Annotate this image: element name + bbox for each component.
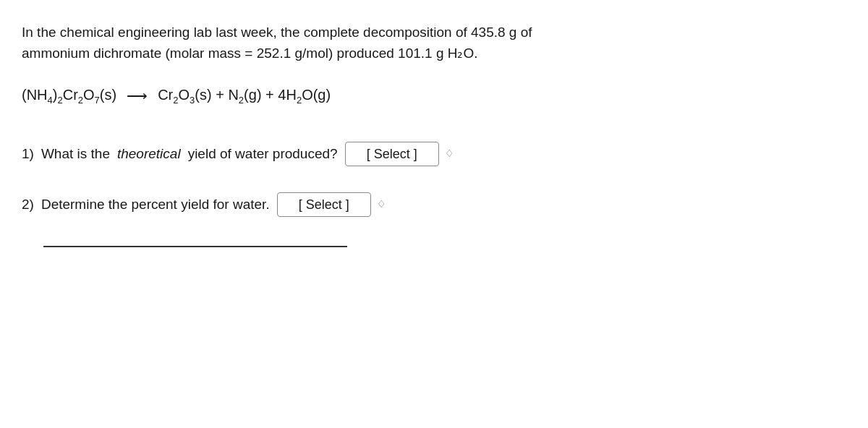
question-2-row: 2) Determine the percent yield for water… [22,192,767,217]
equation-products: Cr2O3(s) + N2(g) + 4H2O(g) [158,85,331,107]
question-1-text-after: yield of water produced? [188,146,338,162]
question-2-select-wrapper: [ Select ] ♢ [277,192,386,217]
question-1-select-wrapper: [ Select ] ♢ [345,142,454,166]
question-2-text-before: Determine the percent yield for water. [41,197,270,213]
question-2-block: 2) Determine the percent yield for water… [22,192,767,217]
equation-block: (NH4)2Cr2O7(s) ⟶ Cr2O3(s) + N2(g) + 4H2O… [22,85,767,107]
intro-line2: ammonium dichromate (molar mass = 252.1 … [22,46,478,61]
question-2-number: 2) [22,197,34,213]
question-1-block: 1) What is the theoretical yield of wate… [22,142,767,166]
question-1-number: 1) [22,146,34,162]
question-1-select[interactable]: [ Select ] [345,142,439,166]
page-container: In the chemical engineering lab last wee… [0,0,796,269]
equation-reactant: (NH4)2Cr2O7(s) [22,85,116,107]
intro-line1: In the chemical engineering lab last wee… [22,25,532,40]
question-1-select-arrow[interactable]: ♢ [445,150,454,158]
question-1-row: 1) What is the theoretical yield of wate… [22,142,767,166]
bottom-divider [43,246,347,247]
question-2-select[interactable]: [ Select ] [277,192,371,217]
question-1-text-before: What is the [41,146,110,162]
question-2-select-arrow[interactable]: ♢ [377,200,386,208]
reaction-arrow: ⟶ [127,85,148,106]
intro-paragraph: In the chemical engineering lab last wee… [22,22,767,64]
question-1-italic: theoretical [117,146,181,162]
chemical-equation: (NH4)2Cr2O7(s) ⟶ Cr2O3(s) + N2(g) + 4H2O… [22,85,767,107]
